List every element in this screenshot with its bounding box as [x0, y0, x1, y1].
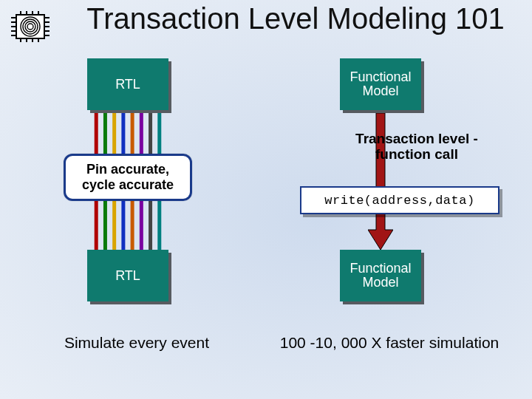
functional-bottom-label: Functional Model	[343, 262, 418, 290]
functional-bottom-block: Functional Model	[340, 250, 421, 301]
function-call-code: write(address,data)	[324, 194, 474, 208]
slide-content: Transaction Level Modeling 101 RTL RTL F…	[0, 0, 532, 399]
rtl-bottom-block: RTL	[87, 250, 168, 301]
transaction-level-annotation: Transaction level - function call	[343, 132, 491, 163]
chip-fingerprint-icon	[9, 10, 52, 43]
rtl-bottom-label: RTL	[115, 268, 140, 284]
transaction-level-text: Transaction level - function call	[355, 131, 478, 162]
rtl-top-label: RTL	[115, 77, 140, 92]
pin-accurate-text: Pin accurate, cycle accurate	[69, 162, 187, 193]
rtl-top-block: RTL	[87, 58, 168, 110]
function-call-codebox: write(address,data)	[300, 186, 499, 214]
right-caption: 100 -10, 000 X faster simulation	[275, 334, 504, 352]
functional-top-block: Functional Model	[340, 58, 421, 110]
functional-top-label: Functional Model	[343, 70, 418, 98]
left-caption: Simulate every event	[52, 334, 222, 352]
pin-accurate-annotation: Pin accurate, cycle accurate	[64, 154, 192, 201]
slide-title: Transaction Level Modeling 101	[74, 3, 517, 34]
